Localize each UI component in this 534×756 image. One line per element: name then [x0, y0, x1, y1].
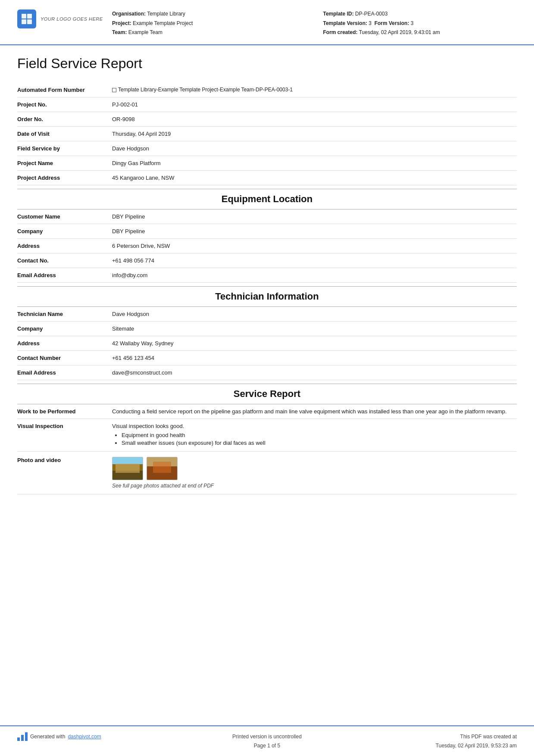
team-value: Example Team: [128, 29, 162, 35]
field-service-by-label: Field Service by: [17, 145, 112, 152]
uncontrolled-text: Printed version is uncontrolled: [184, 732, 350, 741]
footer-generated: Generated with dashpivot.com: [17, 732, 184, 741]
photo-video-value: See full page photos attached at end of …: [112, 457, 517, 489]
dashpivot-link[interactable]: dashpivot.com: [68, 732, 101, 741]
field-project-name: Project Name Dingy Gas Platform: [17, 156, 517, 171]
visual-inspection-value: Visual inspection looks good. Equipment …: [112, 423, 517, 447]
photo-image-1: [112, 457, 143, 480]
field-tech-address: Address 42 Wallaby Way, Sydney: [17, 336, 517, 351]
checkbox-icon: [112, 88, 116, 92]
form-created-label: Form created:: [323, 29, 358, 35]
tech-email-label: Email Address: [17, 369, 112, 376]
field-project-address: Project Address 45 Kangaroo Lane, NSW: [17, 171, 517, 185]
tech-company-value: Sitemate: [112, 325, 517, 332]
generated-text: Generated with: [30, 732, 65, 741]
field-tech-contact-number: Contact Number +61 456 123 454: [17, 351, 517, 366]
field-tech-email: Email Address dave@smconstruct.com: [17, 366, 517, 380]
bullet-item-2: Small weather issues (sun exposure) for …: [122, 440, 517, 446]
field-work-performed: Work to be Performed Conducting a field …: [17, 404, 517, 419]
eq-company-value: DBY Pipeline: [112, 228, 517, 234]
page-title: Field Service Report: [17, 56, 517, 74]
form-version-value: 3: [411, 20, 414, 26]
tech-contact-number-value: +61 456 123 454: [112, 355, 517, 361]
svg-rect-5: [21, 735, 24, 741]
header-meta: Organisation: Template Library Project: …: [112, 9, 517, 37]
project-no-label: Project No.: [17, 101, 112, 108]
tech-company-label: Company: [17, 325, 112, 332]
tech-address-value: 42 Wallaby Way, Sydney: [112, 340, 517, 347]
project-address-label: Project Address: [17, 175, 112, 181]
eq-contact-no-label: Contact No.: [17, 257, 112, 264]
organisation-value: Template Library: [147, 11, 185, 17]
form-version-label: Form Version:: [375, 20, 409, 26]
tech-address-label: Address: [17, 340, 112, 347]
photo-thumbnail-1: [112, 457, 143, 480]
bullet-item-1: Equipment in good health: [122, 432, 517, 438]
tech-name-label: Technician Name: [17, 311, 112, 317]
order-no-label: Order No.: [17, 116, 112, 122]
project-label: Project:: [112, 20, 131, 26]
header-col-right: Template ID: DP-PEA-0003 Template Versio…: [323, 9, 517, 37]
field-order-no: Order No. OR-9098: [17, 112, 517, 127]
field-project-no: Project No. PJ-002-01: [17, 97, 517, 112]
customer-name-label: Customer Name: [17, 213, 112, 220]
project-name-label: Project Name: [17, 160, 112, 166]
svg-rect-1: [27, 14, 32, 19]
template-id-label: Template ID:: [323, 11, 354, 17]
project-address-value: 45 Kangaroo Lane, NSW: [112, 175, 517, 181]
field-date-of-visit: Date of Visit Thursday, 04 April 2019: [17, 127, 517, 141]
main-content: Field Service Report Automated Form Numb…: [0, 45, 534, 725]
template-id-value: DP-PEA-0003: [355, 11, 387, 17]
tech-email-value: dave@smconstruct.com: [112, 369, 517, 376]
header: YOUR LOGO GOES HERE Organisation: Templa…: [0, 0, 534, 45]
footer-uncontrolled: Printed version is uncontrolled Page 1 o…: [184, 732, 350, 750]
field-tech-name: Technician Name Dave Hodgson: [17, 307, 517, 322]
page-text: Page 1 of 5: [184, 741, 350, 750]
photo-thumbnails: [112, 457, 517, 480]
project-name-value: Dingy Gas Platform: [112, 160, 517, 166]
project-no-value: PJ-002-01: [112, 101, 517, 108]
field-eq-contact-no: Contact No. +61 498 056 774: [17, 253, 517, 268]
work-performed-label: Work to be Performed: [17, 408, 112, 415]
form-created-value: Tuesday, 02 April 2019, 9:43:01 am: [359, 29, 440, 35]
date-of-visit-value: Thursday, 04 April 2019: [112, 131, 517, 137]
eq-email-label: Email Address: [17, 272, 112, 278]
tech-contact-number-label: Contact Number: [17, 355, 112, 361]
logo-text: YOUR LOGO GOES HERE: [41, 16, 103, 22]
visual-inspection-bullets: Equipment in good health Small weather i…: [112, 432, 517, 446]
logo-area: YOUR LOGO GOES HERE: [17, 9, 103, 28]
order-no-value: OR-9098: [112, 116, 517, 122]
template-version-label: Template Version:: [323, 20, 367, 26]
automated-form-label: Automated Form Number: [17, 87, 112, 93]
dashpivot-logo-icon: [17, 732, 28, 741]
eq-address-label: Address: [17, 243, 112, 249]
field-service-by-value: Dave Hodgson: [112, 145, 517, 152]
equipment-location-title: Equipment Location: [17, 189, 517, 209]
tech-name-value: Dave Hodgson: [112, 311, 517, 317]
footer: Generated with dashpivot.com Printed ver…: [0, 725, 534, 756]
footer-pdf-created: This PDF was created at Tuesday, 02 Apri…: [350, 732, 517, 750]
visual-inspection-text: Visual inspection looks good.: [112, 423, 517, 429]
team-label: Team:: [112, 29, 127, 35]
photo-video-label: Photo and video: [17, 457, 112, 463]
automated-form-value: Template Library-Example Template Projec…: [112, 87, 517, 93]
header-col-left: Organisation: Template Library Project: …: [112, 9, 306, 37]
field-eq-company: Company DBY Pipeline: [17, 224, 517, 239]
field-photo-video: Photo and video See full page photos att…: [17, 452, 517, 494]
service-report-title: Service Report: [17, 384, 517, 404]
logo-icon: [17, 9, 36, 28]
photo-caption: See full page photos attached at end of …: [112, 483, 517, 489]
technician-info-title: Technician Information: [17, 286, 517, 307]
project-value: Example Template Project: [133, 20, 193, 26]
photo-thumbnail-2: [147, 457, 178, 480]
field-eq-address: Address 6 Peterson Drive, NSW: [17, 239, 517, 253]
eq-contact-no-value: +61 498 056 774: [112, 257, 517, 264]
pdf-created-date: Tuesday, 02 April 2019, 9:53:23 am: [350, 741, 517, 750]
pdf-created-text: This PDF was created at: [350, 732, 517, 741]
date-of-visit-label: Date of Visit: [17, 131, 112, 137]
customer-name-value: DBY Pipeline: [112, 213, 517, 220]
field-visual-inspection: Visual Inspection Visual inspection look…: [17, 419, 517, 452]
eq-address-value: 6 Peterson Drive, NSW: [112, 243, 517, 249]
photo-image-2: [147, 457, 177, 480]
field-automated-form: Automated Form Number Template Library-E…: [17, 83, 517, 97]
